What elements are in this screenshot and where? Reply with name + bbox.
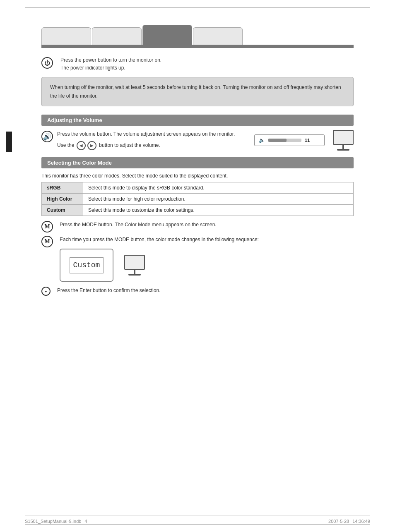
color-step3: Press the Enter button to confirm the se… (41, 287, 354, 296)
border-bottom-h (25, 524, 370, 525)
power-icon: ⏻ (41, 57, 53, 69)
power-text-1: Press the power button to turn the monit… (60, 56, 161, 64)
volume-display-group: 🔈 11 (254, 130, 354, 151)
mode-icon-1: M (41, 221, 53, 232)
vol-speaker-icon: 🔈 (259, 137, 265, 143)
footer-page: 4 (84, 519, 87, 524)
monitor-stand-custom (134, 270, 135, 274)
color-mode-intro-text: This monitor has three color modes. Sele… (41, 173, 228, 179)
custom-display-row: Custom (60, 249, 259, 282)
section-colormode-header: Selecting the Color Mode (41, 157, 354, 168)
color-step1: M Press the MODE button. The Color Mode … (41, 221, 354, 232)
table-row: High ColorSelect this mode for high colo… (42, 194, 354, 205)
color-mode-desc: Select this mode for high color reproduc… (83, 194, 354, 205)
arrow-suffix: button to adjust the volume. (99, 141, 160, 149)
color-step2: M Each time you press the MODE button, t… (41, 236, 354, 282)
monitor-stand-volume (342, 145, 344, 149)
notice-text: When turning off the monitor, wait at le… (50, 84, 341, 98)
border-top-left (25, 7, 25, 24)
vol-number: 11 (305, 138, 310, 143)
monitor-base-volume (337, 149, 349, 151)
custom-label: Custom (70, 257, 104, 273)
volume-step1-text: Press the volume button. The volume adju… (57, 130, 246, 138)
main-content: ⏻ Press the power button to turn the mon… (41, 50, 354, 507)
color-step2-text: Each time you press the MODE button, the… (60, 236, 259, 282)
volume-section: 🔊 Press the volume button. The volume ad… (41, 130, 354, 151)
color-step3-text: Press the Enter button to confirm the se… (57, 287, 160, 295)
monitor-illus-custom (124, 255, 145, 276)
side-marker (6, 132, 12, 152)
tab-bar (41, 25, 354, 46)
volume-adjust-row: Use the ◀ ▶ button to adjust the volume. (57, 141, 246, 150)
power-text: Press the power button to turn the monit… (60, 56, 161, 72)
footer-filename: S1501_SetupManual-9.indb (25, 519, 81, 524)
table-row: sRGBSelect this mode to display the sRGB… (42, 182, 354, 194)
color-step1-text: Press the MODE button. The Color Mode me… (60, 221, 217, 229)
tab-underbar (41, 45, 354, 48)
vol-bar (268, 139, 301, 142)
vol-bar-fill (268, 139, 287, 142)
tab-2[interactable] (92, 27, 142, 46)
footer-time: 14:36:49 (352, 519, 370, 524)
power-text-2: The power indicator lights up. (60, 64, 161, 72)
arrow-prefix: Use the (57, 141, 74, 149)
border-top-right (370, 7, 370, 24)
footer-date: 2007-5-28 (328, 519, 349, 524)
monitor-base-custom (128, 274, 141, 276)
color-mode-table: sRGBSelect this mode to display the sRGB… (41, 182, 354, 216)
arrow-left-icon: ◀ (77, 141, 86, 150)
section-volume-header: Adjusting the Volume (41, 115, 354, 126)
tab-4[interactable] (193, 27, 243, 46)
color-mode-name: sRGB (42, 182, 83, 194)
footer: S1501_SetupManual-9.indb 4 2007-5-28 14:… (25, 515, 370, 524)
color-mode-name: High Color (42, 194, 83, 205)
power-section: ⏻ Press the power button to turn the mon… (41, 56, 354, 72)
mode-icon-2: M (41, 236, 53, 247)
volume-icon: 🔊 (41, 131, 53, 142)
color-mode-intro: This monitor has three color modes. Sele… (41, 173, 354, 179)
color-mode-name: Custom (42, 205, 83, 216)
monitor-illus-volume (333, 130, 354, 151)
notice-box: When turning off the monitor, wait at le… (41, 77, 354, 106)
volume-display: 🔈 11 (254, 134, 325, 146)
arrow-right-icon: ▶ (87, 141, 96, 150)
table-row: CustomSelect this mode to customize the … (42, 205, 354, 216)
arrow-icons: ◀ ▶ (77, 141, 96, 150)
tab-1[interactable] (41, 27, 91, 46)
border-top-h (25, 7, 370, 8)
custom-display-box: Custom (60, 249, 113, 282)
tab-3[interactable] (142, 25, 192, 46)
color-mode-desc: Select this mode to customize the color … (83, 205, 354, 216)
monitor-screen-volume (333, 130, 354, 145)
color-mode-desc: Select this mode to display the sRGB col… (83, 182, 354, 194)
volume-text-block: Press the volume button. The volume adju… (57, 130, 246, 150)
enter-icon (41, 287, 51, 296)
monitor-screen-custom (124, 255, 145, 270)
